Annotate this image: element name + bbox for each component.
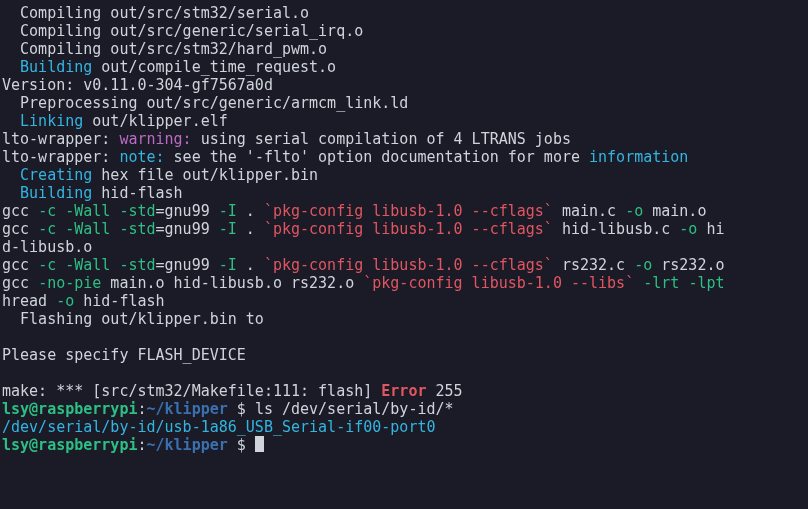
terminal-text: -I bbox=[219, 202, 237, 220]
terminal-text: . bbox=[237, 256, 264, 274]
terminal-text: -std bbox=[119, 202, 155, 220]
terminal-line: gcc -c -Wall -std=gnu99 -I . `pkg-config… bbox=[2, 220, 806, 238]
terminal-text: gcc bbox=[2, 274, 38, 292]
terminal-line: Compiling out/src/stm32/hard_pwm.o bbox=[2, 40, 806, 58]
terminal-text: 255 bbox=[426, 382, 462, 400]
terminal-text: main.o bbox=[643, 202, 706, 220]
terminal-text bbox=[2, 58, 20, 76]
terminal-text bbox=[2, 328, 11, 346]
terminal-text: lsy@raspberrypi bbox=[2, 436, 137, 454]
terminal-text: gcc bbox=[2, 256, 38, 274]
terminal-text bbox=[56, 202, 65, 220]
terminal-line: Building out/compile_time_request.o bbox=[2, 58, 806, 76]
terminal-line: hread -o hid-flash bbox=[2, 292, 806, 310]
terminal-line: Compiling out/src/stm32/serial.o bbox=[2, 4, 806, 22]
terminal-text: gcc bbox=[2, 220, 38, 238]
terminal-text bbox=[2, 184, 20, 202]
terminal-text: Compiling out/src/stm32/serial.o bbox=[2, 4, 309, 22]
terminal-text bbox=[634, 274, 643, 292]
terminal-text: Building bbox=[20, 184, 92, 202]
terminal-text bbox=[2, 364, 11, 382]
terminal-text: $ bbox=[228, 436, 255, 454]
terminal-text: lto-wrapper: bbox=[2, 130, 119, 148]
terminal-text: hid-flash bbox=[74, 292, 164, 310]
terminal-text: -c bbox=[38, 220, 56, 238]
terminal-line: /dev/serial/by-id/usb-1a86_USB_Serial-if… bbox=[2, 418, 806, 436]
terminal-text: make: *** [src/stm32/Makefile:111: flash… bbox=[2, 382, 381, 400]
terminal-line: Compiling out/src/generic/serial_irq.o bbox=[2, 22, 806, 40]
terminal-text: rs232.o bbox=[652, 256, 724, 274]
terminal-text: `pkg-config libusb-1.0 --cflags` bbox=[264, 202, 553, 220]
terminal-text: `pkg-config libusb-1.0 --libs` bbox=[363, 274, 634, 292]
terminal-line: Version: v0.11.0-304-gf7567a0d bbox=[2, 76, 806, 94]
terminal-cursor bbox=[255, 436, 264, 452]
terminal-text: -Wall bbox=[65, 256, 110, 274]
terminal-text: ls /dev/serial/by-id/* bbox=[255, 400, 454, 418]
terminal-text: lto-wrapper: bbox=[2, 148, 119, 166]
terminal-line: gcc -c -Wall -std=gnu99 -I . `pkg-config… bbox=[2, 202, 806, 220]
terminal-text: -std bbox=[119, 220, 155, 238]
terminal-text: ~/klipper bbox=[147, 436, 228, 454]
terminal-text: : bbox=[137, 400, 146, 418]
terminal-line: Preprocessing out/src/generic/armcm_link… bbox=[2, 94, 806, 112]
terminal-text: rs232.c bbox=[553, 256, 634, 274]
terminal-text: hid-libusb.c bbox=[553, 220, 679, 238]
terminal-text: . bbox=[237, 220, 264, 238]
terminal-text: -c bbox=[38, 256, 56, 274]
terminal-text bbox=[2, 166, 20, 184]
terminal-text: note: bbox=[119, 148, 173, 166]
terminal-text: $ bbox=[228, 400, 255, 418]
terminal-text: /dev/serial/by-id/usb-1a86_USB_Serial-if… bbox=[2, 418, 435, 436]
terminal-text: -no-pie bbox=[38, 274, 101, 292]
terminal-text: Compiling out/src/stm32/hard_pwm.o bbox=[2, 40, 327, 58]
terminal-text: Linking bbox=[20, 112, 83, 130]
terminal-output[interactable]: Compiling out/src/stm32/serial.o Compili… bbox=[0, 0, 808, 458]
terminal-text: -Wall bbox=[65, 202, 110, 220]
terminal-text: ~/klipper bbox=[147, 400, 228, 418]
terminal-text: hread bbox=[2, 292, 56, 310]
terminal-line bbox=[2, 364, 806, 382]
terminal-text: -Wall bbox=[65, 220, 110, 238]
terminal-text: -c bbox=[38, 202, 56, 220]
terminal-text: hi bbox=[697, 220, 724, 238]
terminal-text: -o bbox=[679, 220, 697, 238]
terminal-text: Flashing out/klipper.bin to bbox=[2, 310, 264, 328]
terminal-text: Creating bbox=[20, 166, 92, 184]
terminal-text: main.c bbox=[553, 202, 625, 220]
terminal-line: lto-wrapper: warning: using serial compi… bbox=[2, 130, 806, 148]
terminal-text: =gnu99 bbox=[156, 256, 219, 274]
terminal-line bbox=[2, 328, 806, 346]
terminal-line: lto-wrapper: note: see the '-flto' optio… bbox=[2, 148, 806, 166]
terminal-text: using serial compilation of 4 LTRANS job… bbox=[201, 130, 571, 148]
terminal-text: lsy@raspberrypi bbox=[2, 400, 137, 418]
terminal-text bbox=[56, 220, 65, 238]
terminal-line: lsy@raspberrypi:~/klipper $ bbox=[2, 436, 806, 454]
terminal-line: make: *** [src/stm32/Makefile:111: flash… bbox=[2, 382, 806, 400]
terminal-text bbox=[56, 256, 65, 274]
terminal-text: . bbox=[237, 202, 264, 220]
terminal-text: Error bbox=[381, 382, 426, 400]
terminal-text: -std bbox=[119, 256, 155, 274]
terminal-line: Please specify FLASH_DEVICE bbox=[2, 346, 806, 364]
terminal-text: hex file out/klipper.bin bbox=[92, 166, 318, 184]
terminal-text: -I bbox=[219, 256, 237, 274]
terminal-text: -o bbox=[56, 292, 74, 310]
terminal-text: -lrt bbox=[643, 274, 679, 292]
terminal-text: Please specify FLASH_DEVICE bbox=[2, 346, 246, 364]
terminal-text: Building bbox=[20, 58, 92, 76]
terminal-text: main.o hid-libusb.o rs232.o bbox=[101, 274, 363, 292]
terminal-text: =gnu99 bbox=[156, 202, 219, 220]
terminal-text: d-libusb.o bbox=[2, 238, 92, 256]
terminal-text: =gnu99 bbox=[156, 220, 219, 238]
terminal-text: -I bbox=[219, 220, 237, 238]
terminal-text: -o bbox=[634, 256, 652, 274]
terminal-text: see the ' bbox=[174, 148, 255, 166]
terminal-text: Version: v0.11.0-304-gf7567a0d bbox=[2, 76, 273, 94]
terminal-text: -flto bbox=[255, 148, 300, 166]
terminal-text: information bbox=[589, 148, 688, 166]
terminal-text: ' option documentation for more bbox=[300, 148, 589, 166]
terminal-text: : bbox=[137, 436, 146, 454]
terminal-line: d-libusb.o bbox=[2, 238, 806, 256]
terminal-text: Compiling out/src/generic/serial_irq.o bbox=[2, 22, 363, 40]
terminal-text: `pkg-config libusb-1.0 --cflags` bbox=[264, 220, 553, 238]
